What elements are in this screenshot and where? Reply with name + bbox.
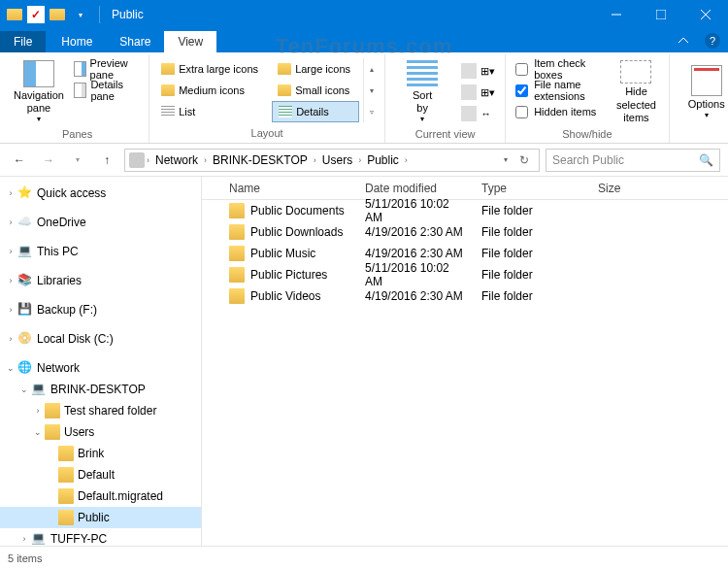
ribbon: Navigation pane ▾ Preview pane Details p… — [0, 52, 728, 144]
new-folder-icon[interactable] — [47, 4, 68, 25]
tree-item[interactable]: ›Test shared folder — [0, 400, 201, 421]
options-button[interactable]: Options ▾ — [676, 58, 728, 126]
item-check-boxes[interactable]: Item check boxes — [512, 58, 606, 80]
expand-icon[interactable]: › — [4, 188, 17, 198]
chevron-right-icon[interactable]: › — [358, 155, 361, 165]
tab-home[interactable]: Home — [48, 31, 106, 52]
recent-dropdown[interactable]: ▾ — [66, 149, 89, 172]
address-dropdown-icon[interactable]: ▾ — [500, 155, 512, 164]
collapse-ribbon-icon[interactable] — [670, 29, 697, 52]
group-label-currentview: Current view — [415, 126, 476, 144]
back-button[interactable]: ← — [8, 149, 31, 172]
file-type: File folder — [474, 204, 590, 218]
tree-item[interactable]: ⌄🌐Network — [0, 357, 201, 379]
tree-item[interactable]: ›📚Libraries — [0, 270, 201, 291]
view-list[interactable]: List — [155, 101, 272, 122]
navigation-tree[interactable]: ›⭐Quick access›☁️OneDrive›💻This PC›📚Libr… — [0, 177, 202, 546]
tab-view[interactable]: View — [164, 31, 216, 52]
chevron-right-icon[interactable]: › — [147, 155, 149, 165]
properties-icon[interactable]: ✓ — [27, 6, 45, 23]
close-button[interactable] — [683, 0, 728, 29]
breadcrumb[interactable]: › Network › BRINK-DESKTOP › Users › Publ… — [124, 149, 540, 172]
file-row[interactable]: Public Downloads4/19/2016 2:30 AMFile fo… — [202, 221, 728, 243]
hidden-items[interactable]: Hidden items — [512, 101, 606, 122]
expand-icon[interactable]: ⌄ — [17, 385, 31, 394]
column-type[interactable]: Type — [474, 182, 590, 195]
tree-item-label: Local Disk (C:) — [37, 332, 114, 346]
forward-button[interactable]: → — [37, 149, 60, 172]
qat-dropdown-icon[interactable]: ▾ — [70, 4, 91, 25]
view-medium-icons[interactable]: Medium icons — [155, 80, 272, 101]
tab-file[interactable]: File — [0, 31, 46, 52]
tree-item[interactable]: Default.migrated — [0, 485, 201, 507]
navigation-pane-button[interactable]: Navigation pane ▾ — [12, 58, 66, 126]
layout-scroll[interactable]: ▴▾▿ — [363, 58, 379, 122]
sort-by-button[interactable]: Sort by ▾ — [391, 58, 453, 126]
crumb-computer[interactable]: BRINK-DESKTOP — [209, 153, 312, 167]
expand-icon[interactable]: › — [4, 218, 17, 227]
status-bar: 5 items — [0, 546, 728, 569]
expand-icon[interactable]: ⌄ — [4, 363, 17, 373]
chevron-right-icon[interactable]: › — [314, 155, 316, 165]
tree-item[interactable]: Default — [0, 464, 201, 485]
tree-item[interactable]: ⌄Users — [0, 421, 201, 443]
address-bar: ← → ▾ ↑ › Network › BRINK-DESKTOP › User… — [0, 144, 728, 177]
hide-selected-button[interactable]: Hide selected items — [610, 58, 662, 126]
up-button[interactable]: ↑ — [95, 149, 118, 172]
column-size[interactable]: Size — [590, 182, 668, 195]
tree-item[interactable]: ›⭐Quick access — [0, 183, 201, 204]
crumb-users[interactable]: Users — [318, 153, 356, 167]
expand-icon[interactable]: › — [4, 247, 17, 256]
view-details[interactable]: Details — [272, 101, 359, 122]
file-date: 4/19/2016 2:30 AM — [357, 247, 474, 260]
tree-item[interactable]: Brink — [0, 443, 201, 464]
chevron-right-icon[interactable]: › — [405, 155, 408, 165]
tab-share[interactable]: Share — [106, 31, 164, 52]
crumb-network[interactable]: Network — [151, 153, 202, 167]
expand-icon[interactable]: › — [4, 276, 17, 285]
file-name-extensions[interactable]: File name extensions — [512, 80, 606, 101]
crumb-public[interactable]: Public — [363, 153, 403, 167]
view-small-icons[interactable]: Small icons — [272, 80, 359, 101]
svg-rect-1 — [656, 10, 666, 19]
tree-item[interactable]: ›☁️OneDrive — [0, 212, 201, 233]
tree-item[interactable]: ›📀Local Disk (C:) — [0, 328, 201, 350]
size-columns-button[interactable]: ↔ — [457, 103, 499, 124]
minimize-button[interactable] — [594, 0, 639, 29]
tree-item[interactable]: ›💾Backup (F:) — [0, 299, 201, 320]
view-large-icons[interactable]: Large icons — [272, 58, 359, 80]
preview-pane-button[interactable]: Preview pane — [70, 58, 143, 80]
group-by-button[interactable]: ⊞▾ — [457, 60, 499, 82]
tree-item-label: Backup (F:) — [37, 303, 97, 317]
tree-item-label: OneDrive — [37, 216, 86, 229]
file-row[interactable]: Public Videos4/19/2016 2:30 AMFile folde… — [202, 285, 728, 307]
tree-item-label: Brink — [78, 447, 104, 460]
file-name: Public Documents — [250, 204, 345, 218]
expand-icon[interactable]: › — [17, 534, 31, 544]
tree-item[interactable]: ›💻TUFFY-PC — [0, 528, 201, 546]
title-bar: ✓ ▾ Public — [0, 0, 728, 29]
expand-icon[interactable]: › — [4, 305, 17, 315]
add-columns-button[interactable]: ⊞▾ — [457, 82, 499, 103]
view-extra-large-icons[interactable]: Extra large icons — [155, 58, 272, 80]
expand-icon[interactable]: ⌄ — [31, 427, 45, 437]
file-name: Public Videos — [250, 289, 321, 303]
help-icon[interactable]: ? — [705, 33, 720, 49]
expand-icon[interactable]: › — [31, 406, 45, 416]
ribbon-tabs: File Home Share View ? — [0, 29, 728, 52]
tree-item[interactable]: Public — [0, 507, 201, 528]
tree-item[interactable]: ⌄💻BRINK-DESKTOP — [0, 379, 201, 400]
column-date[interactable]: Date modified — [357, 182, 474, 195]
tree-item-label: Users — [64, 425, 94, 439]
file-row[interactable]: Public Pictures5/11/2016 10:02 AMFile fo… — [202, 264, 728, 285]
maximize-button[interactable] — [639, 0, 683, 29]
column-name[interactable]: Name — [202, 182, 357, 195]
tree-item[interactable]: ›💻This PC — [0, 241, 201, 262]
search-input[interactable]: Search Public 🔍 — [546, 149, 720, 172]
details-pane-button[interactable]: Details pane — [70, 80, 143, 101]
file-row[interactable]: Public Documents5/11/2016 10:02 AMFile f… — [202, 200, 728, 221]
chevron-right-icon[interactable]: › — [204, 155, 207, 165]
expand-icon[interactable]: › — [4, 334, 17, 344]
refresh-button[interactable]: ↻ — [513, 153, 535, 167]
tree-item-label: Default.migrated — [78, 489, 163, 503]
